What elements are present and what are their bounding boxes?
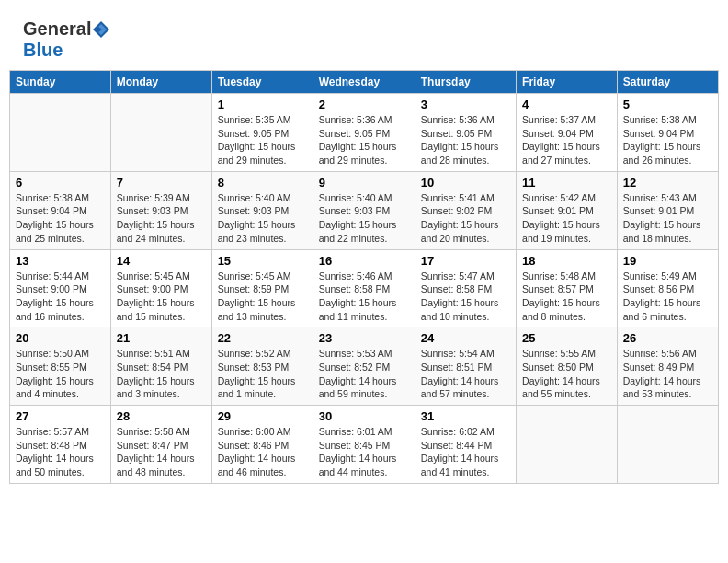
weekday-header-wednesday: Wednesday bbox=[313, 71, 415, 94]
day-number: 11 bbox=[522, 176, 611, 190]
day-info: Sunrise: 5:53 AM Sunset: 8:52 PM Dayligh… bbox=[319, 347, 409, 401]
day-number: 29 bbox=[218, 409, 307, 423]
day-info: Sunrise: 5:49 AM Sunset: 8:56 PM Dayligh… bbox=[623, 270, 712, 324]
calendar-cell: 8Sunrise: 5:40 AM Sunset: 9:03 PM Daylig… bbox=[211, 171, 313, 249]
day-info: Sunrise: 5:44 AM Sunset: 9:00 PM Dayligh… bbox=[16, 270, 105, 324]
day-info: Sunrise: 5:47 AM Sunset: 8:58 PM Dayligh… bbox=[421, 270, 510, 324]
calendar-table: SundayMondayTuesdayWednesdayThursdayFrid… bbox=[9, 70, 719, 484]
day-info: Sunrise: 5:55 AM Sunset: 8:50 PM Dayligh… bbox=[522, 347, 611, 401]
day-number: 3 bbox=[421, 98, 510, 111]
calendar-cell: 1Sunrise: 5:35 AM Sunset: 9:05 PM Daylig… bbox=[211, 94, 313, 172]
day-number: 8 bbox=[218, 176, 307, 190]
calendar-cell: 13Sunrise: 5:44 AM Sunset: 9:00 PM Dayli… bbox=[10, 249, 111, 327]
calendar-week-2: 6Sunrise: 5:38 AM Sunset: 9:04 PM Daylig… bbox=[10, 171, 719, 249]
calendar-cell: 20Sunrise: 5:50 AM Sunset: 8:55 PM Dayli… bbox=[10, 327, 111, 406]
calendar-cell: 19Sunrise: 5:49 AM Sunset: 8:56 PM Dayli… bbox=[617, 249, 718, 327]
weekday-header-monday: Monday bbox=[110, 71, 211, 94]
day-number: 2 bbox=[319, 98, 409, 111]
day-number: 5 bbox=[623, 98, 712, 111]
day-info: Sunrise: 5:51 AM Sunset: 8:54 PM Dayligh… bbox=[117, 347, 206, 401]
day-number: 19 bbox=[623, 254, 712, 268]
day-info: Sunrise: 6:01 AM Sunset: 8:45 PM Dayligh… bbox=[319, 425, 409, 479]
calendar-week-3: 13Sunrise: 5:44 AM Sunset: 9:00 PM Dayli… bbox=[10, 249, 719, 327]
day-info: Sunrise: 5:38 AM Sunset: 9:04 PM Dayligh… bbox=[623, 113, 712, 167]
calendar-cell: 21Sunrise: 5:51 AM Sunset: 8:54 PM Dayli… bbox=[110, 327, 211, 406]
calendar-cell: 5Sunrise: 5:38 AM Sunset: 9:04 PM Daylig… bbox=[617, 94, 718, 172]
day-number: 30 bbox=[319, 409, 409, 423]
day-number: 23 bbox=[319, 331, 409, 345]
day-number: 6 bbox=[16, 176, 105, 190]
calendar-cell: 7Sunrise: 5:39 AM Sunset: 9:03 PM Daylig… bbox=[110, 171, 211, 249]
calendar-cell: 12Sunrise: 5:43 AM Sunset: 9:01 PM Dayli… bbox=[617, 171, 718, 249]
day-info: Sunrise: 6:00 AM Sunset: 8:46 PM Dayligh… bbox=[218, 425, 307, 479]
day-info: Sunrise: 5:42 AM Sunset: 9:01 PM Dayligh… bbox=[522, 191, 611, 246]
day-info: Sunrise: 5:36 AM Sunset: 9:05 PM Dayligh… bbox=[421, 113, 510, 167]
day-info: Sunrise: 5:40 AM Sunset: 9:03 PM Dayligh… bbox=[319, 191, 409, 246]
day-number: 4 bbox=[522, 98, 611, 111]
calendar-week-4: 20Sunrise: 5:50 AM Sunset: 8:55 PM Dayli… bbox=[10, 327, 719, 406]
logo-general-text: General bbox=[23, 18, 91, 40]
day-info: Sunrise: 5:41 AM Sunset: 9:02 PM Dayligh… bbox=[421, 191, 510, 246]
calendar-cell: 6Sunrise: 5:38 AM Sunset: 9:04 PM Daylig… bbox=[10, 171, 111, 249]
day-number: 16 bbox=[319, 254, 409, 268]
calendar-cell: 23Sunrise: 5:53 AM Sunset: 8:52 PM Dayli… bbox=[313, 327, 415, 406]
weekday-header-row: SundayMondayTuesdayWednesdayThursdayFrid… bbox=[10, 71, 719, 94]
calendar-cell: 31Sunrise: 6:02 AM Sunset: 8:44 PM Dayli… bbox=[415, 406, 516, 484]
calendar-cell: 30Sunrise: 6:01 AM Sunset: 8:45 PM Dayli… bbox=[313, 406, 415, 484]
calendar-cell: 4Sunrise: 5:37 AM Sunset: 9:04 PM Daylig… bbox=[517, 94, 618, 172]
calendar-cell: 27Sunrise: 5:57 AM Sunset: 8:48 PM Dayli… bbox=[10, 406, 111, 484]
day-info: Sunrise: 5:39 AM Sunset: 9:03 PM Dayligh… bbox=[117, 191, 206, 246]
weekday-header-thursday: Thursday bbox=[415, 71, 516, 94]
day-info: Sunrise: 5:37 AM Sunset: 9:04 PM Dayligh… bbox=[522, 113, 611, 167]
day-number: 17 bbox=[421, 254, 510, 268]
day-info: Sunrise: 5:43 AM Sunset: 9:01 PM Dayligh… bbox=[623, 191, 712, 246]
calendar-cell bbox=[10, 94, 111, 172]
day-number: 20 bbox=[16, 331, 105, 345]
day-info: Sunrise: 5:52 AM Sunset: 8:53 PM Dayligh… bbox=[218, 347, 307, 401]
calendar-cell: 11Sunrise: 5:42 AM Sunset: 9:01 PM Dayli… bbox=[517, 171, 618, 249]
day-number: 24 bbox=[421, 331, 510, 345]
day-info: Sunrise: 5:48 AM Sunset: 8:57 PM Dayligh… bbox=[522, 270, 611, 324]
calendar-week-1: 1Sunrise: 5:35 AM Sunset: 9:05 PM Daylig… bbox=[10, 94, 719, 172]
day-number: 26 bbox=[623, 331, 712, 345]
weekday-header-sunday: Sunday bbox=[10, 71, 111, 94]
day-info: Sunrise: 5:57 AM Sunset: 8:48 PM Dayligh… bbox=[16, 425, 105, 479]
day-info: Sunrise: 5:45 AM Sunset: 8:59 PM Dayligh… bbox=[218, 270, 307, 324]
logo: General Blue bbox=[23, 18, 111, 61]
day-number: 7 bbox=[117, 176, 206, 190]
calendar-cell: 10Sunrise: 5:41 AM Sunset: 9:02 PM Dayli… bbox=[415, 171, 516, 249]
calendar-week-5: 27Sunrise: 5:57 AM Sunset: 8:48 PM Dayli… bbox=[10, 406, 719, 484]
logo-icon bbox=[92, 20, 110, 39]
calendar-cell: 14Sunrise: 5:45 AM Sunset: 9:00 PM Dayli… bbox=[110, 249, 211, 327]
calendar-cell: 22Sunrise: 5:52 AM Sunset: 8:53 PM Dayli… bbox=[211, 327, 313, 406]
logo-blue-text: Blue bbox=[23, 40, 63, 61]
page-header: General Blue bbox=[9, 9, 719, 65]
calendar-body: 1Sunrise: 5:35 AM Sunset: 9:05 PM Daylig… bbox=[10, 94, 719, 484]
day-number: 31 bbox=[421, 409, 510, 423]
calendar-cell: 2Sunrise: 5:36 AM Sunset: 9:05 PM Daylig… bbox=[313, 94, 415, 172]
day-info: Sunrise: 5:58 AM Sunset: 8:47 PM Dayligh… bbox=[117, 425, 206, 479]
day-info: Sunrise: 5:35 AM Sunset: 9:05 PM Dayligh… bbox=[218, 113, 307, 167]
calendar-cell bbox=[110, 94, 211, 172]
calendar-cell: 25Sunrise: 5:55 AM Sunset: 8:50 PM Dayli… bbox=[517, 327, 618, 406]
calendar-cell: 29Sunrise: 6:00 AM Sunset: 8:46 PM Dayli… bbox=[211, 406, 313, 484]
day-number: 1 bbox=[218, 98, 307, 111]
day-number: 25 bbox=[522, 331, 611, 345]
day-info: Sunrise: 5:50 AM Sunset: 8:55 PM Dayligh… bbox=[16, 347, 105, 401]
calendar-cell: 15Sunrise: 5:45 AM Sunset: 8:59 PM Dayli… bbox=[211, 249, 313, 327]
day-info: Sunrise: 5:40 AM Sunset: 9:03 PM Dayligh… bbox=[218, 191, 307, 246]
day-info: Sunrise: 6:02 AM Sunset: 8:44 PM Dayligh… bbox=[421, 425, 510, 479]
day-number: 28 bbox=[117, 409, 206, 423]
day-number: 9 bbox=[319, 176, 409, 190]
calendar-cell: 24Sunrise: 5:54 AM Sunset: 8:51 PM Dayli… bbox=[415, 327, 516, 406]
day-number: 22 bbox=[218, 331, 307, 345]
calendar-cell: 28Sunrise: 5:58 AM Sunset: 8:47 PM Dayli… bbox=[110, 406, 211, 484]
calendar-cell: 16Sunrise: 5:46 AM Sunset: 8:58 PM Dayli… bbox=[313, 249, 415, 327]
day-info: Sunrise: 5:38 AM Sunset: 9:04 PM Dayligh… bbox=[16, 191, 105, 246]
weekday-header-saturday: Saturday bbox=[617, 71, 718, 94]
weekday-header-friday: Friday bbox=[517, 71, 618, 94]
day-info: Sunrise: 5:56 AM Sunset: 8:49 PM Dayligh… bbox=[623, 347, 712, 401]
calendar-cell bbox=[517, 406, 618, 484]
day-number: 21 bbox=[117, 331, 206, 345]
day-info: Sunrise: 5:45 AM Sunset: 9:00 PM Dayligh… bbox=[117, 270, 206, 324]
